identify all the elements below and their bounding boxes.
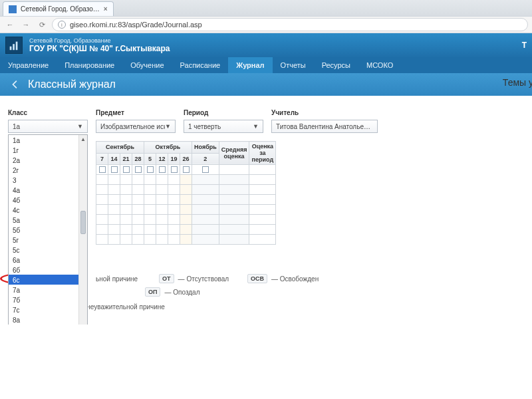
forward-button[interactable]: → bbox=[20, 19, 32, 31]
page-back-icon[interactable] bbox=[9, 78, 21, 90]
dropdown-scrollbar[interactable]: ▲ ▼ bbox=[78, 135, 87, 325]
grade-cell[interactable] bbox=[168, 225, 180, 235]
grade-cell[interactable] bbox=[108, 175, 120, 185]
grade-cell[interactable] bbox=[132, 205, 144, 215]
grade-cell[interactable] bbox=[168, 205, 180, 215]
grade-cell[interactable] bbox=[144, 195, 156, 205]
filter-class-select[interactable]: 1а ▼ bbox=[8, 120, 88, 133]
scroll-thumb[interactable] bbox=[80, 211, 86, 234]
grade-cell[interactable] bbox=[96, 205, 108, 215]
grade-cell[interactable] bbox=[168, 215, 180, 225]
dropdown-option[interactable]: 4а bbox=[9, 185, 87, 195]
grade-cell[interactable] bbox=[132, 215, 144, 225]
site-info-icon[interactable]: i bbox=[58, 21, 66, 29]
grade-cell[interactable] bbox=[144, 185, 156, 195]
dropdown-option[interactable]: 7а bbox=[9, 285, 87, 295]
day-checkbox-cell[interactable] bbox=[168, 165, 180, 175]
day-checkbox-cell[interactable] bbox=[96, 165, 108, 175]
grade-cell[interactable] bbox=[192, 225, 219, 235]
grade-cell[interactable] bbox=[96, 195, 108, 205]
grade-cell[interactable] bbox=[156, 195, 168, 205]
nav-item-0[interactable]: Управление bbox=[0, 57, 57, 73]
day-checkbox-cell[interactable] bbox=[192, 165, 219, 175]
grade-cell[interactable] bbox=[156, 225, 168, 235]
dropdown-option[interactable]: 2а bbox=[9, 155, 87, 165]
nav-item-3[interactable]: Расписание bbox=[172, 57, 229, 73]
grade-cell[interactable] bbox=[108, 235, 120, 245]
dropdown-option[interactable]: 5а bbox=[9, 215, 87, 225]
grade-cell[interactable] bbox=[96, 235, 108, 245]
dropdown-option[interactable]: 7б bbox=[9, 295, 87, 305]
day-checkbox-cell[interactable] bbox=[108, 165, 120, 175]
grade-cell[interactable] bbox=[180, 175, 192, 185]
grade-cell[interactable] bbox=[108, 195, 120, 205]
grade-cell[interactable] bbox=[192, 215, 219, 225]
grade-cell[interactable] bbox=[180, 235, 192, 245]
filter-period-select[interactable]: 1 четверть ▼ bbox=[184, 120, 263, 133]
grade-cell[interactable] bbox=[192, 195, 219, 205]
reload-button[interactable]: ⟳ bbox=[36, 19, 48, 31]
grade-cell[interactable] bbox=[156, 175, 168, 185]
grade-cell[interactable] bbox=[120, 195, 132, 205]
grade-cell[interactable] bbox=[168, 185, 180, 195]
nav-item-2[interactable]: Обучение bbox=[122, 57, 172, 73]
grade-cell[interactable] bbox=[156, 205, 168, 215]
nav-item-7[interactable]: МСОКО bbox=[358, 57, 401, 73]
dropdown-option[interactable]: 7с bbox=[9, 305, 87, 315]
grade-cell[interactable] bbox=[144, 235, 156, 245]
grade-cell[interactable] bbox=[132, 225, 144, 235]
tab-close-icon[interactable]: × bbox=[104, 5, 108, 13]
nav-item-1[interactable]: Планирование bbox=[57, 57, 122, 73]
grade-cell[interactable] bbox=[144, 175, 156, 185]
dropdown-option[interactable]: 6с bbox=[9, 275, 87, 285]
dropdown-option[interactable]: 1г bbox=[9, 145, 87, 155]
dropdown-option[interactable]: 5с bbox=[9, 245, 87, 255]
dropdown-option[interactable]: 5б bbox=[9, 225, 87, 235]
dropdown-option[interactable]: 8а bbox=[9, 315, 87, 325]
day-checkbox-cell[interactable] bbox=[180, 165, 192, 175]
nav-item-4[interactable]: Журнал bbox=[228, 57, 272, 73]
nav-item-6[interactable]: Ресурсы bbox=[314, 57, 358, 73]
grade-cell[interactable] bbox=[144, 215, 156, 225]
grade-cell[interactable] bbox=[192, 175, 219, 185]
filter-subject-select[interactable]: Изобразительное искусство ▼ bbox=[96, 120, 176, 133]
grade-cell[interactable] bbox=[156, 235, 168, 245]
grade-cell[interactable] bbox=[144, 205, 156, 215]
grade-cell[interactable] bbox=[180, 185, 192, 195]
grade-cell[interactable] bbox=[180, 205, 192, 215]
grade-cell[interactable] bbox=[120, 175, 132, 185]
grade-cell[interactable] bbox=[180, 225, 192, 235]
grade-cell[interactable] bbox=[132, 175, 144, 185]
grade-cell[interactable] bbox=[96, 185, 108, 195]
browser-tab[interactable]: Сетевой Город. Образо… × bbox=[3, 1, 114, 16]
grade-cell[interactable] bbox=[180, 195, 192, 205]
grade-cell[interactable] bbox=[192, 235, 219, 245]
grade-cell[interactable] bbox=[120, 225, 132, 235]
day-checkbox-cell[interactable] bbox=[156, 165, 168, 175]
grade-cell[interactable] bbox=[120, 185, 132, 195]
dropdown-option[interactable]: 1а bbox=[9, 135, 87, 145]
dropdown-option[interactable]: 6б bbox=[9, 265, 87, 275]
grade-cell[interactable] bbox=[120, 215, 132, 225]
grade-cell[interactable] bbox=[156, 215, 168, 225]
grade-cell[interactable] bbox=[96, 225, 108, 235]
grade-cell[interactable] bbox=[180, 215, 192, 225]
grade-cell[interactable] bbox=[108, 205, 120, 215]
class-dropdown-list[interactable]: ▲ ▼ 1а1г2а2г34а4б4с5а5б5г5с6а6б6с7а7б7с8… bbox=[8, 134, 88, 325]
grade-cell[interactable] bbox=[132, 195, 144, 205]
grade-cell[interactable] bbox=[96, 175, 108, 185]
grade-cell[interactable] bbox=[108, 225, 120, 235]
grade-cell[interactable] bbox=[108, 215, 120, 225]
grade-cell[interactable] bbox=[144, 225, 156, 235]
day-checkbox-cell[interactable] bbox=[132, 165, 144, 175]
dropdown-option[interactable]: 5г bbox=[9, 235, 87, 245]
grade-cell[interactable] bbox=[96, 215, 108, 225]
day-checkbox-cell[interactable] bbox=[120, 165, 132, 175]
dropdown-option[interactable]: 6а bbox=[9, 255, 87, 265]
grade-cell[interactable] bbox=[168, 235, 180, 245]
dropdown-option[interactable]: 4б bbox=[9, 195, 87, 205]
grade-cell[interactable] bbox=[168, 195, 180, 205]
grade-cell[interactable] bbox=[132, 185, 144, 195]
grade-cell[interactable] bbox=[156, 185, 168, 195]
grade-cell[interactable] bbox=[120, 205, 132, 215]
